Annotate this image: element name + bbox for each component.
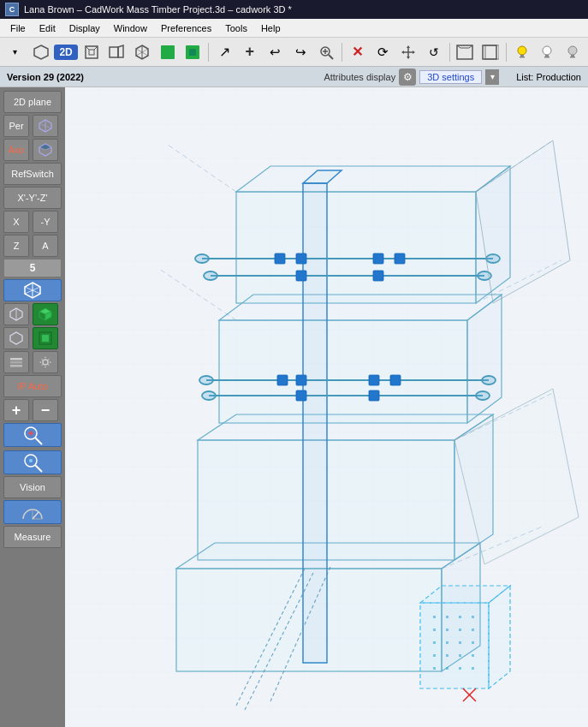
svg-point-95 <box>202 391 216 400</box>
svg-marker-75 <box>219 295 502 320</box>
sidebar-measure-btn[interactable]: Measure <box>3 526 62 548</box>
toolbar-refresh-btn[interactable]: ↺ <box>422 41 446 63</box>
sidebar-ip-auto-btn[interactable]: IP Auto <box>3 375 62 397</box>
sidebar-vision-btn[interactable]: Vision <box>3 476 62 498</box>
sidebar-x-btn[interactable]: X <box>3 211 29 233</box>
svg-marker-21 <box>407 57 410 59</box>
svg-rect-115 <box>433 616 436 618</box>
3d-settings-btn[interactable]: 3D settings <box>419 70 482 84</box>
svg-rect-120 <box>446 629 448 631</box>
toolbar-zoom-btn[interactable] <box>314 41 338 63</box>
sidebar-gear-btn[interactable] <box>33 351 58 373</box>
sidebar-2d-plane-btn[interactable]: 2D plane <box>3 91 62 113</box>
sidebar-wire-cube2-btn[interactable] <box>3 327 29 349</box>
menu-help[interactable]: Help <box>254 21 288 35</box>
toolbar-frame2-btn[interactable] <box>478 41 502 63</box>
toolbar-3d-btn[interactable] <box>29 41 53 63</box>
toolbar-delete-btn[interactable]: ✕ <box>346 41 370 63</box>
sidebar-axo-btn[interactable]: Axo <box>3 139 29 161</box>
attributes-gear-btn[interactable]: ⚙ <box>399 69 416 86</box>
svg-marker-81 <box>176 543 480 569</box>
toolbar-2d-btn[interactable]: 2D <box>54 45 77 60</box>
toolbar-rotate-btn[interactable]: ⟳ <box>371 41 395 63</box>
svg-rect-105 <box>296 375 306 385</box>
svg-rect-107 <box>369 390 379 401</box>
sidebar-3d-active-btn[interactable] <box>3 279 62 301</box>
svg-rect-11 <box>161 45 175 59</box>
sidebar-xyz-btn[interactable]: X'-Y'-Z' <box>3 187 62 209</box>
svg-rect-38 <box>570 57 575 58</box>
sidebar-layers-btn[interactable] <box>3 351 29 373</box>
sidebar-zoom-region-btn[interactable] <box>3 423 62 447</box>
toolbar-redo-btn[interactable]: ↪ <box>288 41 312 63</box>
menu-display[interactable]: Display <box>62 21 107 35</box>
svg-rect-133 <box>459 667 461 670</box>
sidebar-solid-cube2-btn[interactable] <box>33 327 58 349</box>
svg-rect-123 <box>433 641 436 644</box>
svg-rect-124 <box>446 641 448 644</box>
sidebar-zoom-object-btn[interactable] <box>3 450 62 474</box>
toolbar-bulb-off-btn[interactable] <box>561 41 585 63</box>
menu-file[interactable]: File <box>3 21 33 35</box>
settings-dropdown-btn[interactable]: ▾ <box>485 69 499 85</box>
toolbar-bulb-yellow-btn[interactable] <box>510 41 534 63</box>
toolbar-green2-btn[interactable] <box>181 41 205 63</box>
toolbar-solid-view-btn[interactable] <box>156 41 180 63</box>
svg-rect-112 <box>420 603 489 688</box>
menu-preferences[interactable]: Preferences <box>154 21 218 35</box>
svg-point-66 <box>29 459 33 462</box>
menu-edit[interactable]: Edit <box>33 21 62 35</box>
sidebar-per-btn[interactable]: Per <box>3 115 29 137</box>
svg-line-15 <box>329 55 333 59</box>
svg-marker-78 <box>198 414 493 440</box>
svg-rect-37 <box>571 55 574 57</box>
svg-line-65 <box>35 465 42 472</box>
svg-rect-130 <box>472 654 474 657</box>
sidebar-settings-row <box>3 351 62 373</box>
sidebar-axo-row: Axo <box>3 139 62 161</box>
toolbar-plus-btn[interactable]: + <box>238 41 262 63</box>
svg-rect-103 <box>369 375 379 385</box>
svg-rect-98 <box>395 253 405 264</box>
svg-point-30 <box>518 46 526 55</box>
sidebar-wire-cube-btn[interactable] <box>3 303 29 325</box>
sep1 <box>208 43 209 62</box>
list-production-label: List: Production <box>516 72 581 82</box>
toolbar-bulb-white-btn[interactable] <box>536 41 560 63</box>
toolbar-front-view-btn[interactable] <box>80 41 104 63</box>
sidebar-zoom-out-btn[interactable]: − <box>33 399 58 421</box>
svg-rect-131 <box>433 667 436 670</box>
svg-rect-58 <box>10 365 22 367</box>
attributes-label: Attributes display <box>324 72 395 82</box>
sidebar-xy-row: X -Y <box>3 211 62 233</box>
sidebar-z-btn[interactable]: Z <box>3 235 29 257</box>
toolbar-undo-btn[interactable]: ↩ <box>264 41 288 63</box>
toolbar-dropdown-btn[interactable]: ▾ <box>3 41 27 63</box>
toolbar-iso-view-btn[interactable] <box>130 41 154 63</box>
toolbar-arrow-btn[interactable]: ↗ <box>212 41 236 63</box>
toolbar-move-btn[interactable] <box>396 41 420 63</box>
menu-tools[interactable]: Tools <box>218 21 254 35</box>
sidebar: 2D plane Per Axo RefSwitch X'-Y'-Z' X <box>0 87 65 727</box>
sidebar-a-btn[interactable]: A <box>33 235 58 257</box>
sidebar-za-row: Z A <box>3 235 62 257</box>
svg-rect-4 <box>89 50 94 55</box>
svg-rect-122 <box>472 629 474 631</box>
sidebar-protractor-btn[interactable] <box>3 500 62 524</box>
viewport[interactable] <box>65 87 588 727</box>
sep4 <box>506 43 507 62</box>
menu-bar: File Edit Display Window Preferences Too… <box>0 19 588 38</box>
sidebar-refswitch-btn[interactable]: RefSwitch <box>3 163 62 185</box>
svg-rect-118 <box>472 616 474 618</box>
sidebar-neg-y-btn[interactable]: -Y <box>33 211 58 233</box>
toolbar-frame1-btn[interactable] <box>454 41 478 63</box>
svg-point-86 <box>195 254 209 263</box>
svg-rect-108 <box>296 390 306 401</box>
sidebar-solid-cube-btn[interactable] <box>33 303 58 325</box>
toolbar-side-view-btn[interactable] <box>104 41 128 63</box>
sidebar-zoom-in-btn[interactable]: + <box>3 399 29 421</box>
menu-window[interactable]: Window <box>107 21 154 35</box>
svg-rect-100 <box>275 253 285 264</box>
svg-rect-74 <box>219 320 467 423</box>
sidebar-per-axo-row: Per <box>3 115 62 137</box>
